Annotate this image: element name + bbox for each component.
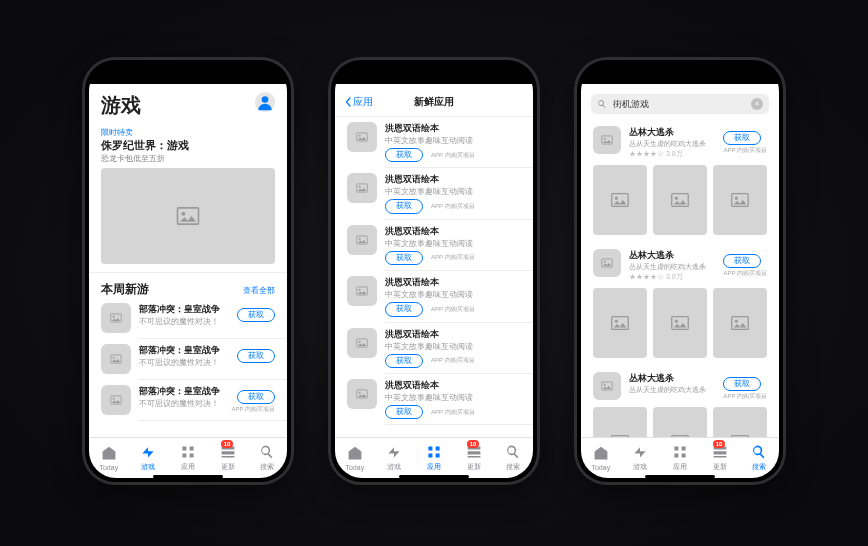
get-button[interactable]: 获取 (385, 302, 423, 316)
app-title: 丛林大逃杀 (629, 249, 715, 262)
page-title: 新鲜应用 (335, 95, 533, 109)
see-all-link[interactable]: 查看全部 (243, 285, 275, 296)
tab-label: 游戏 (141, 462, 155, 472)
account-avatar[interactable] (255, 92, 275, 112)
app-icon (593, 372, 621, 400)
get-button[interactable]: 获取 (723, 377, 761, 391)
apps-icon (672, 444, 688, 461)
app-actions: 获取 (237, 303, 275, 322)
app-icon (347, 122, 377, 152)
get-button[interactable]: 获取 (723, 254, 761, 268)
tab-apps[interactable]: 应用 (660, 438, 700, 478)
iap-label: APP 内购买项目 (431, 202, 475, 211)
screenshot[interactable] (713, 407, 767, 437)
tab-games[interactable]: 游戏 (621, 438, 661, 478)
screenshot[interactable] (713, 165, 767, 235)
screenshot-row (581, 284, 779, 366)
screenshot[interactable] (653, 288, 707, 358)
today-icon (347, 446, 363, 463)
iap-label: APP 内购买项目 (431, 253, 475, 262)
screenshot[interactable] (713, 288, 767, 358)
result-header[interactable]: 丛林大逃杀 丛从天生虚的吃鸡大逃杀 获取 APP 内购买项目 (581, 366, 779, 403)
tab-bar: Today 游戏 应用 10 更新 搜索 (89, 437, 287, 478)
tab-updates[interactable]: 10 更新 (208, 438, 248, 478)
search-input[interactable] (611, 98, 747, 110)
app-item[interactable]: 洪恩双语绘本 中英文故事趣味互动阅读 获取 APP 内购买项目 (335, 168, 533, 218)
screenshot[interactable] (593, 288, 647, 358)
search-header: × (581, 88, 779, 120)
result-header[interactable]: 丛林大逃杀 丛从天生虚的吃鸡大逃杀 ★★★★☆ 3.8万 获取 APP 内购买项… (581, 243, 779, 284)
tab-apps[interactable]: 应用 (168, 438, 208, 478)
app-title: 部落冲突：皇室战争 (139, 303, 229, 316)
screenshot[interactable] (593, 407, 647, 437)
divider (385, 424, 533, 425)
iap-label: APP 内购买项目 (431, 408, 475, 417)
tab-search[interactable]: 搜索 (247, 438, 287, 478)
app-item[interactable]: 部落冲突：皇室战争 不可思议的魔性对决！ 获取 (89, 339, 287, 379)
app-item[interactable]: 洪恩双语绘本 中英文故事趣味互动阅读 获取 APP 内购买项目 (335, 271, 533, 321)
feature-subtitle: 恐龙卡包低至五折 (89, 153, 287, 168)
app-subtitle: 丛从天生虚的吃鸡大逃杀 (629, 139, 715, 149)
screenshot-row (581, 161, 779, 243)
tab-games[interactable]: 游戏 (375, 438, 415, 478)
get-button[interactable]: 获取 (385, 354, 423, 368)
app-item[interactable]: 洪恩双语绘本 中英文故事趣味互动阅读 获取 APP 内购买项目 (335, 117, 533, 167)
tab-today[interactable]: Today (581, 438, 621, 478)
app-icon (101, 344, 131, 374)
app-actions: 获取 APP 内购买项目 (723, 126, 767, 155)
today-icon (101, 446, 117, 463)
clear-button[interactable]: × (751, 98, 763, 110)
home-indicator[interactable] (645, 475, 715, 478)
games-icon (386, 444, 402, 461)
app-title: 洪恩双语绘本 (385, 328, 521, 341)
feature-image[interactable] (101, 168, 275, 264)
app-item[interactable]: 部落冲突：皇室战争 不可思议的魔性对决！ 获取 (89, 298, 287, 338)
get-button[interactable]: 获取 (385, 199, 423, 213)
feature-title[interactable]: 侏罗纪世界：游戏 (89, 138, 287, 153)
screen: 9:41 × 丛林大逃杀 丛从天生虚的吃鸡大逃杀 ★★★★☆ 3.8万 获取 (581, 64, 779, 478)
app-item[interactable]: 部落冲突：皇室战争 不可思议的魔性对决！ 获取 APP 内购买项目 (89, 380, 287, 420)
tab-search[interactable]: 搜索 (739, 438, 779, 478)
app-item[interactable]: 洪恩双语绘本 中英文故事趣味互动阅读 获取 APP 内购买项目 (335, 220, 533, 270)
app-icon (347, 379, 377, 409)
app-icon (347, 328, 377, 358)
tab-label: 搜索 (752, 462, 766, 472)
tab-updates[interactable]: 10 更新 (700, 438, 740, 478)
tab-today[interactable]: Today (89, 438, 129, 478)
iap-label: APP 内购买项目 (431, 305, 475, 314)
get-button[interactable]: 获取 (237, 308, 275, 322)
wifi-icon (734, 72, 746, 81)
get-button[interactable]: 获取 (385, 251, 423, 265)
app-item[interactable]: 洪恩双语绘本 中英文故事趣味互动阅读 获取 APP 内购买项目 (335, 374, 533, 424)
result-header[interactable]: 丛林大逃杀 丛从天生虚的吃鸡大逃杀 ★★★★☆ 3.8万 获取 APP 内购买项… (581, 120, 779, 161)
get-button[interactable]: 获取 (723, 131, 761, 145)
screenshot[interactable] (653, 407, 707, 437)
notch (140, 60, 236, 82)
get-button[interactable]: 获取 (385, 148, 423, 162)
tab-games[interactable]: 游戏 (129, 438, 169, 478)
get-button[interactable]: 获取 (237, 349, 275, 363)
battery-icon (749, 72, 767, 81)
app-actions: 获取 APP 内购买项目 (723, 249, 767, 278)
get-button[interactable]: 获取 (385, 405, 423, 419)
tab-apps[interactable]: 应用 (414, 438, 454, 478)
tab-updates[interactable]: 10 更新 (454, 438, 494, 478)
get-button[interactable]: 获取 (237, 390, 275, 404)
screen: 9:41 游戏 限时特卖 侏罗纪世界：游戏 恐龙卡包低至五折 本周新游 查看全部… (89, 64, 287, 478)
app-title: 部落冲突：皇室战争 (139, 385, 223, 398)
app-item[interactable]: 洪恩双语绘本 中英文故事趣味互动阅读 获取 APP 内购买项目 (335, 323, 533, 373)
app-rating: ★★★★☆ 3.8万 (629, 149, 715, 159)
today-icon (593, 446, 609, 463)
screenshot[interactable] (653, 165, 707, 235)
home-indicator[interactable] (399, 475, 469, 478)
app-subtitle: 丛从天生虚的吃鸡大逃杀 (629, 262, 715, 272)
screenshot[interactable] (593, 165, 647, 235)
iap-label: APP 内购买项目 (231, 405, 275, 414)
search-bar[interactable]: × (591, 94, 769, 114)
app-title: 洪恩双语绘本 (385, 276, 521, 289)
tab-today[interactable]: Today (335, 438, 375, 478)
iap-label: APP 内购买项目 (431, 151, 475, 160)
home-indicator[interactable] (153, 475, 223, 478)
tab-search[interactable]: 搜索 (493, 438, 533, 478)
notch (632, 60, 728, 82)
